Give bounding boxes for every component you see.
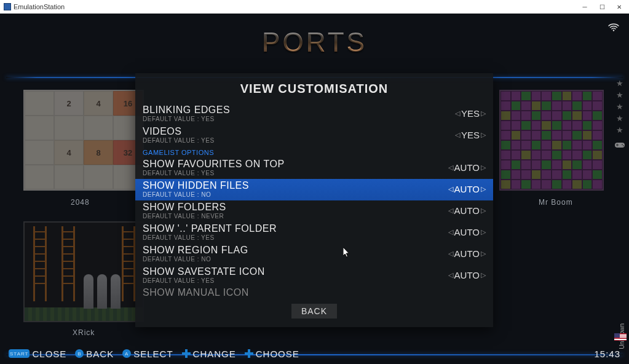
help-prompts: STARTCLOSEBBACKASELECTCHANGECHOOSE [9,349,299,359]
dpad-icon [182,349,191,358]
option-value[interactable]: ◁AUTO▷ [448,162,486,173]
chevron-left-icon[interactable]: ◁ [448,185,453,193]
chevron-right-icon[interactable]: ▷ [481,271,486,279]
option-value[interactable]: ◁AUTO▷ [448,205,486,216]
dpad-icon [245,349,253,358]
rating-star-icon: ★ [616,90,623,100]
chevron-right-icon[interactable]: ▷ [481,131,486,139]
option-value-text: AUTO [454,205,480,216]
option-row[interactable]: SHOW HIDDEN FILESDEFAULT VALUE : NO◁AUTO… [135,179,493,200]
view-customisation-dialog: VIEW CUSTOMISATION BLINKING EDGESDEFAULT… [135,73,493,327]
option-value[interactable]: ◁YES▷ [455,130,486,140]
option-default: DEFAULT VALUE : NEVER [143,213,226,220]
option-default: DEFAULT VALUE : NO [143,191,249,198]
option-row[interactable]: SHOW FOLDERSDEFAULT VALUE : NEVER◁AUTO▷ [135,200,493,222]
option-value[interactable]: ◁AUTO▷ [448,227,486,237]
back-button[interactable]: BACK [291,304,337,318]
window-minimize-button[interactable]: ─ [576,0,593,14]
option-value-text: AUTO [454,248,480,259]
app-icon [4,3,11,10]
game-thumb-xrick[interactable] [23,221,144,322]
window-maximize-button[interactable]: ☐ [593,0,611,14]
help-prompt-label: CHOOSE [256,349,299,359]
dialog-title: VIEW CUSTOMISATION [135,73,493,103]
option-value-text: YES [461,108,480,119]
thumb1-label: 2048 [71,198,90,207]
help-prompt: BBACK [75,349,114,359]
svg-rect-5 [617,144,618,146]
option-row[interactable]: BLINKING EDGESDEFAULT VALUE : YES◁YES▷ [135,103,493,125]
dialog-body[interactable]: BLINKING EDGESDEFAULT VALUE : YES◁YES▷VI… [135,103,493,298]
option-row[interactable]: SHOW REGION FLAGDEFAULT VALUE : NO◁AUTO▷ [135,243,493,265]
option-default: DEFAULT VALUE : YES [143,277,265,284]
chevron-left-icon[interactable]: ◁ [448,228,453,236]
region-flag-icon [614,333,627,341]
option-value[interactable]: ◁AUTO▷ [448,248,486,259]
option-value-text: AUTO [454,184,480,194]
svg-point-2 [622,144,623,145]
option-value-text: AUTO [454,227,480,237]
option-row[interactable]: VIDEOSDEFAULT VALUE : YES◁YES▷ [135,125,493,146]
option-value-text: YES [461,130,480,140]
wifi-icon [608,23,619,34]
chevron-left-icon[interactable]: ◁ [448,207,453,215]
option-value-text: AUTO [454,270,480,280]
thumb3-grid [500,91,603,189]
controller-icon [614,141,625,151]
game-thumb-mrboom[interactable] [499,90,604,191]
option-label: SHOW MANUAL ICON [143,287,249,298]
chevron-left-icon[interactable]: ◁ [455,109,460,117]
option-value[interactable]: ◁AUTO▷ [448,270,486,280]
option-default: DEFAULT VALUE : YES [143,137,215,144]
game-thumb-2048[interactable]: 24164832 [23,90,144,191]
help-prompt-label: SELECT [133,349,173,359]
option-default: DEFAULT VALUE : YES [143,170,285,176]
button-badge: A [122,349,131,358]
section-header-gamelist: GAMELIST OPTIONS [135,146,493,157]
help-prompt-label: CHANGE [193,349,236,359]
svg-point-3 [623,145,624,146]
option-row[interactable]: SHOW FAVOURITES ON TOPDEFAULT VALUE : YE… [135,157,493,179]
rating-star-icon: ★ [616,102,623,111]
option-label: SHOW FAVOURITES ON TOP [143,159,285,170]
clock: 15:43 [594,349,620,359]
option-row[interactable]: SHOW '..' PARENT FOLDERDEFAULT VALUE : Y… [135,222,493,243]
chevron-left-icon[interactable]: ◁ [455,131,460,139]
rating-star-icon: ★ [616,114,623,123]
chevron-right-icon[interactable]: ▷ [481,109,486,117]
help-prompt: CHOOSE [245,349,299,359]
window-close-button[interactable]: ✕ [611,0,628,14]
chevron-right-icon[interactable]: ▷ [481,164,486,172]
thumb1-grid: 24164832 [25,91,143,189]
help-prompt: CHANGE [182,349,236,359]
chevron-left-icon[interactable]: ◁ [448,271,453,279]
option-label: VIDEOS [143,126,215,137]
chevron-right-icon[interactable]: ▷ [481,228,486,236]
option-default: DEFAULT VALUE : YES [143,234,277,241]
option-label: BLINKING EDGES [143,105,230,116]
help-prompt-label: BACK [86,349,114,359]
option-row[interactable]: SHOW MANUAL ICON [135,287,493,298]
help-prompt-label: CLOSE [32,349,66,359]
svg-point-0 [613,30,614,31]
help-prompt: STARTCLOSE [9,349,66,359]
option-value[interactable]: ◁YES▷ [455,108,486,119]
option-label: SHOW HIDDEN FILES [143,180,249,191]
chevron-left-icon[interactable]: ◁ [448,250,453,258]
button-badge: B [75,349,84,358]
option-label: SHOW REGION FLAG [143,245,248,256]
option-label: SHOW SAVESTATE ICON [143,266,265,277]
chevron-left-icon[interactable]: ◁ [448,164,453,172]
window-titlebar: EmulationStation ─ ☐ ✕ [0,0,629,14]
chevron-right-icon[interactable]: ▷ [481,207,486,215]
help-prompt: ASELECT [122,349,173,359]
window-title: EmulationStation [14,3,65,10]
option-default: DEFAULT VALUE : YES [143,116,230,122]
chevron-right-icon[interactable]: ▷ [481,250,486,258]
option-label: SHOW FOLDERS [143,202,226,213]
system-logo: PORTS [0,27,629,58]
option-value[interactable]: ◁AUTO▷ [448,184,486,194]
chevron-right-icon[interactable]: ▷ [481,185,486,193]
side-rail: ★ ★ ★ ★ ★ [611,79,629,339]
option-row[interactable]: SHOW SAVESTATE ICONDEFAULT VALUE : YES◁A… [135,265,493,287]
